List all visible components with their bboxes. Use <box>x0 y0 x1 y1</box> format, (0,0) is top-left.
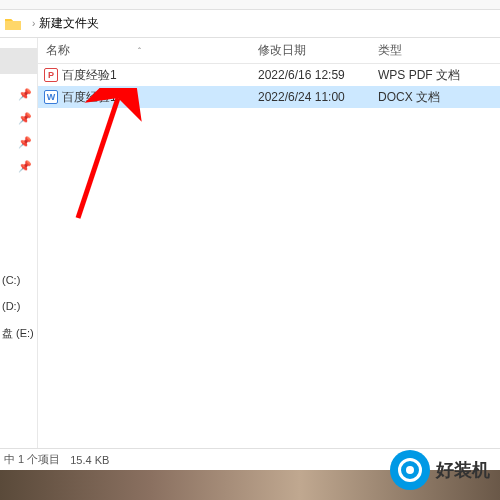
sidebar-quick-access[interactable] <box>0 48 37 74</box>
watermark-logo-icon <box>390 450 430 490</box>
pin-icon: 📌 <box>18 136 28 146</box>
nav-sidebar: 📌 📌 📌 📌 (C:) (D:) 盘 (E:) <box>0 38 38 448</box>
annotation-arrow <box>58 88 178 228</box>
file-row[interactable]: W 百度经验1 2022/6/24 11:00 DOCX 文档 <box>38 86 500 108</box>
path-separator-icon: › <box>32 18 35 29</box>
column-header-row: 名称 ˆ 修改日期 类型 <box>38 38 500 64</box>
svg-line-0 <box>78 98 118 218</box>
file-name: 百度经验1 <box>62 89 258 106</box>
file-name: 百度经验1 <box>62 67 258 84</box>
folder-icon <box>4 17 22 31</box>
docx-file-icon: W <box>44 90 58 104</box>
pin-icon: 📌 <box>18 112 28 122</box>
toolbar <box>0 0 500 10</box>
file-type: DOCX 文档 <box>378 89 500 106</box>
file-date: 2022/6/16 12:59 <box>258 68 378 82</box>
file-row[interactable]: P 百度经验1 2022/6/16 12:59 WPS PDF 文档 <box>38 64 500 86</box>
column-type[interactable]: 类型 <box>378 42 500 59</box>
sort-indicator-icon: ˆ <box>138 46 141 56</box>
pdf-file-icon: P <box>44 68 58 82</box>
file-date: 2022/6/24 11:00 <box>258 90 378 104</box>
column-name[interactable]: 名称 ˆ <box>38 42 258 59</box>
file-type: WPS PDF 文档 <box>378 67 500 84</box>
status-size: 15.4 KB <box>70 454 109 466</box>
drive-c[interactable]: (C:) <box>0 270 37 290</box>
watermark: 好装机 <box>390 450 490 490</box>
watermark-brand: 好装机 <box>436 458 490 482</box>
column-date[interactable]: 修改日期 <box>258 42 378 59</box>
drive-e[interactable]: 盘 (E:) <box>0 322 37 345</box>
path-folder[interactable]: 新建文件夹 <box>39 15 99 32</box>
address-bar[interactable]: › 新建文件夹 <box>0 10 500 38</box>
drive-d[interactable]: (D:) <box>0 296 37 316</box>
status-selection: 中 1 个项目 <box>4 452 60 467</box>
pin-icon: 📌 <box>18 88 28 98</box>
file-list-view[interactable]: 名称 ˆ 修改日期 类型 P 百度经验1 2022/6/16 12:59 WPS… <box>38 38 500 448</box>
pin-icon: 📌 <box>18 160 28 170</box>
